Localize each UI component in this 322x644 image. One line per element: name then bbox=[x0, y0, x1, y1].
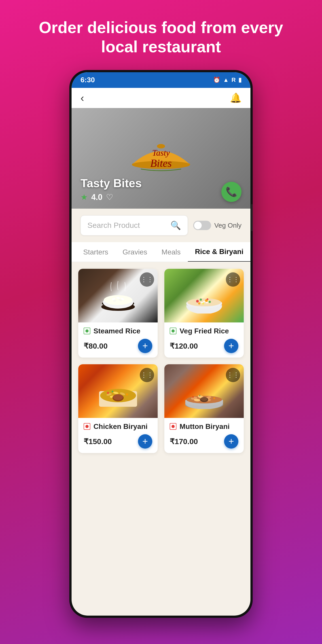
price-row-chicken-biryani: ₹150.00 + bbox=[84, 434, 152, 448]
svg-point-2 bbox=[157, 144, 165, 148]
product-price-mutton-biryani: ₹170.00 bbox=[170, 437, 198, 446]
battery-icon: ▮ bbox=[238, 76, 242, 84]
veg-toggle-area: Veg Only bbox=[193, 221, 242, 230]
product-image-wrap: ⋮⋮ bbox=[78, 269, 158, 322]
tab-starters[interactable]: Starters bbox=[76, 242, 116, 262]
product-info-mutton-biryani: Mutton Biryani ₹170.00 + bbox=[164, 418, 244, 453]
product-image-wrap-cb: ⋮⋮ bbox=[78, 364, 158, 418]
phone-frame: 6:30 ⏰ ▲ R ▮ ‹ 🔔 bbox=[69, 70, 253, 618]
alarm-icon: ⏰ bbox=[213, 76, 220, 84]
nonveg-indicator-mutton-biryani bbox=[170, 423, 176, 430]
svg-point-23 bbox=[198, 302, 200, 304]
category-tabs: Starters Gravies Meals Rice & Biryani Ro… bbox=[72, 242, 250, 262]
product-price-chicken-biryani: ₹150.00 bbox=[84, 437, 112, 446]
svg-point-22 bbox=[206, 298, 208, 300]
veg-only-label: Veg Only bbox=[214, 222, 242, 229]
add-button-mutton-biryani[interactable]: + bbox=[224, 434, 238, 448]
svg-point-36 bbox=[107, 392, 109, 394]
veg-indicator-veg-fried-rice bbox=[170, 328, 176, 334]
search-area: Search Product 🔍 Veg Only bbox=[72, 209, 250, 242]
nonveg-indicator-chicken-biryani bbox=[84, 423, 90, 430]
svg-text:Tasty: Tasty bbox=[152, 148, 170, 158]
svg-point-50 bbox=[213, 397, 215, 399]
svg-point-48 bbox=[201, 397, 208, 401]
side-button bbox=[251, 204, 253, 231]
product-card-veg-fried-rice: ⋮⋮ Veg Fried Rice ₹120.00 + bbox=[164, 269, 244, 358]
notification-bell-icon[interactable]: 🔔 bbox=[230, 92, 242, 103]
star-icon: ★ bbox=[80, 192, 88, 202]
veg-toggle[interactable] bbox=[193, 221, 211, 230]
signal-icon: R bbox=[232, 76, 236, 84]
restaurant-logo: Tasty Bites bbox=[128, 133, 194, 183]
svg-point-26 bbox=[206, 302, 208, 303]
svg-point-8 bbox=[104, 295, 132, 305]
product-name-mutton-biryani: Mutton Biryani bbox=[180, 422, 230, 431]
product-name-row-mb: Mutton Biryani bbox=[170, 422, 238, 431]
hero-title: Order delicious food from every local re… bbox=[0, 0, 322, 70]
svg-point-25 bbox=[200, 302, 203, 303]
share-button-chicken-biryani[interactable]: ⋮⋮ bbox=[140, 368, 154, 382]
restaurant-banner: Tasty Bites Tasty Bites ★ 4.0 ♡ bbox=[72, 108, 250, 209]
share-button-mutton-biryani[interactable]: ⋮⋮ bbox=[226, 368, 240, 382]
products-grid: ⋮⋮ Steamed Rice ₹80.00 + bbox=[72, 262, 250, 460]
share-button-veg-fried-rice[interactable]: ⋮⋮ bbox=[226, 272, 240, 287]
phone-screen: 6:30 ⏰ ▲ R ▮ ‹ 🔔 bbox=[72, 72, 250, 616]
product-price-veg-fried-rice: ₹120.00 bbox=[170, 342, 198, 350]
favorite-heart-icon[interactable]: ♡ bbox=[106, 192, 113, 202]
rating-row: ★ 4.0 ♡ bbox=[80, 192, 142, 202]
toggle-knob bbox=[194, 222, 202, 229]
share-button-steamed-rice[interactable]: ⋮⋮ bbox=[140, 272, 154, 287]
product-name-chicken-biryani: Chicken Biryani bbox=[94, 422, 148, 431]
svg-point-49 bbox=[192, 396, 194, 398]
price-row-veg-fried-rice: ₹120.00 + bbox=[170, 339, 238, 353]
svg-point-51 bbox=[199, 395, 200, 396]
search-box[interactable]: Search Product 🔍 bbox=[80, 215, 188, 236]
back-button[interactable]: ‹ bbox=[80, 92, 84, 104]
product-card-chicken-biryani: ⋮⋮ Chicken Biryani ₹150.00 + bbox=[78, 364, 158, 453]
product-image-wrap-mb: ⋮⋮ bbox=[164, 364, 244, 418]
status-time: 6:30 bbox=[80, 76, 95, 84]
svg-point-24 bbox=[203, 301, 206, 302]
product-name-steamed-rice: Steamed Rice bbox=[94, 327, 140, 335]
tab-meals[interactable]: Meals bbox=[154, 242, 188, 262]
product-name-row-vfr: Veg Fried Rice bbox=[170, 327, 238, 335]
price-row-mutton-biryani: ₹170.00 + bbox=[170, 434, 238, 448]
search-input[interactable]: Search Product bbox=[88, 221, 170, 230]
svg-point-17 bbox=[196, 300, 199, 302]
status-bar: 6:30 ⏰ ▲ R ▮ bbox=[72, 72, 250, 88]
product-card-steamed-rice: ⋮⋮ Steamed Rice ₹80.00 + bbox=[78, 269, 158, 358]
svg-text:Bites: Bites bbox=[150, 157, 172, 169]
product-name-row-cb: Chicken Biryani bbox=[84, 422, 152, 431]
add-button-veg-fried-rice[interactable]: + bbox=[224, 339, 238, 353]
tab-rice-biryani[interactable]: Rice & Biryani bbox=[188, 242, 250, 262]
wifi-icon: ▲ bbox=[223, 76, 229, 84]
veg-indicator-steamed-rice bbox=[84, 328, 90, 334]
rating-value: 4.0 bbox=[91, 192, 102, 202]
product-info-steamed-rice: Steamed Rice ₹80.00 + bbox=[78, 322, 158, 358]
nav-bar: ‹ 🔔 bbox=[72, 88, 250, 108]
svg-point-18 bbox=[200, 298, 202, 301]
tab-gravies[interactable]: Gravies bbox=[116, 242, 154, 262]
svg-point-38 bbox=[112, 391, 113, 392]
product-card-mutton-biryani: ⋮⋮ Mutton Biryani ₹170.00 + bbox=[164, 364, 244, 453]
product-info-veg-fried-rice: Veg Fried Rice ₹120.00 + bbox=[164, 322, 244, 358]
svg-point-35 bbox=[113, 394, 123, 400]
restaurant-info: Tasty Bites ★ 4.0 ♡ bbox=[80, 176, 142, 202]
add-button-steamed-rice[interactable]: + bbox=[138, 339, 152, 353]
call-button[interactable]: 📞 bbox=[222, 182, 242, 202]
svg-point-37 bbox=[126, 393, 128, 396]
add-button-chicken-biryani[interactable]: + bbox=[138, 434, 152, 448]
search-icon[interactable]: 🔍 bbox=[170, 220, 181, 230]
restaurant-name: Tasty Bites bbox=[80, 176, 142, 190]
product-image-wrap-vfr: ⋮⋮ bbox=[164, 269, 244, 322]
status-icons: ⏰ ▲ R ▮ bbox=[213, 76, 242, 84]
product-info-chicken-biryani: Chicken Biryani ₹150.00 + bbox=[78, 418, 158, 453]
svg-point-20 bbox=[209, 301, 211, 303]
price-row-steamed-rice: ₹80.00 + bbox=[84, 339, 152, 353]
product-name-veg-fried-rice: Veg Fried Rice bbox=[180, 327, 229, 335]
product-price-steamed-rice: ₹80.00 bbox=[84, 342, 108, 350]
phone-mockup: 6:30 ⏰ ▲ R ▮ ‹ 🔔 bbox=[69, 70, 253, 618]
product-name-row: Steamed Rice bbox=[84, 327, 152, 335]
